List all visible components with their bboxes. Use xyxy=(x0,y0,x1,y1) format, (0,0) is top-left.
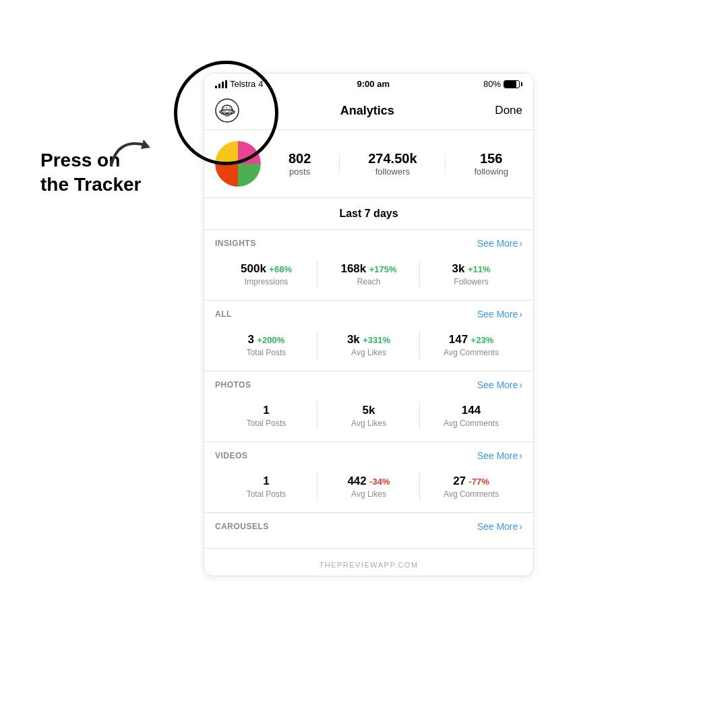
following-label: following xyxy=(474,166,508,177)
svg-line-7 xyxy=(232,113,233,113)
battery-icon xyxy=(504,80,522,88)
carousels-section: CAROUSELS See More › xyxy=(204,513,533,549)
all-posts-label: Total Posts xyxy=(218,348,315,357)
all-comments-change: +23% xyxy=(471,335,494,345)
all-section: ALL See More › 3 +200% Total Posts 3k +3… xyxy=(204,301,533,371)
following-stat: 156 following xyxy=(474,151,508,177)
all-stats: 3 +200% Total Posts 3k +331% Avg Likes 1… xyxy=(215,328,522,363)
arrow-icon xyxy=(104,131,158,172)
status-right: 80% xyxy=(483,79,522,89)
signal-strength: 4 xyxy=(258,79,263,89)
chevron-right-icon-2: › xyxy=(519,309,522,320)
all-comments-stat: 147 +23% Avg Comments xyxy=(420,328,522,363)
chevron-right-icon-4: › xyxy=(519,450,522,461)
photos-stats: 1 Total Posts 5k Avg Likes 144 Avg Comme… xyxy=(215,398,522,433)
chevron-right-icon-3: › xyxy=(519,380,522,390)
photos-likes-label: Avg Likes xyxy=(320,419,417,428)
photos-comments-val: 144 xyxy=(462,404,481,417)
logo-tr xyxy=(238,141,261,164)
videos-comments-val: 27 xyxy=(453,475,466,487)
photos-likes-stat: 5k Avg Likes xyxy=(317,398,420,433)
videos-likes-change: -34% xyxy=(369,477,390,487)
svg-marker-0 xyxy=(141,140,150,149)
photos-posts-label: Total Posts xyxy=(218,419,315,428)
photos-see-more[interactable]: See More › xyxy=(477,380,522,390)
posts-stat: 802 posts xyxy=(289,151,311,177)
avatar xyxy=(215,141,261,187)
posts-count: 802 xyxy=(289,151,311,166)
videos-posts-val: 1 xyxy=(263,475,269,487)
photos-comments-stat: 144 Avg Comments xyxy=(420,398,522,433)
photos-comments-label: Avg Comments xyxy=(423,419,520,428)
stat-divider-1 xyxy=(339,154,340,174)
profile-logo xyxy=(215,141,261,187)
photos-posts-stat: 1 Total Posts xyxy=(215,398,317,433)
following-count: 156 xyxy=(474,151,508,166)
chevron-right-icon: › xyxy=(519,238,522,249)
tracker-icon[interactable] xyxy=(215,98,239,123)
impressions-val: 500k xyxy=(241,262,266,275)
insights-stats: 500k +68% Impressions 168k +175% Reach 3… xyxy=(215,257,522,292)
all-comments-val: 147 xyxy=(449,333,468,346)
photos-title: PHOTOS xyxy=(215,380,251,390)
all-comments-label: Avg Comments xyxy=(423,348,520,357)
logo-tl xyxy=(215,141,238,164)
reach-label: Reach xyxy=(320,277,417,286)
watermark: THEPREVIEWAPP.COM xyxy=(204,549,533,576)
photos-likes-val: 5k xyxy=(363,404,375,417)
profile-section: 802 posts 274.50k followers 156 followin… xyxy=(204,130,533,198)
reach-val: 168k xyxy=(340,262,366,275)
status-left: Telstra 4 xyxy=(215,79,264,89)
insight-followers-label: Followers xyxy=(423,277,520,286)
chevron-right-icon-5: › xyxy=(519,521,522,532)
nav-bar: Analytics Done xyxy=(204,93,533,130)
insight-followers-stat: 3k +11% Followers xyxy=(420,257,522,292)
all-likes-change: +331% xyxy=(363,335,390,345)
all-see-more[interactable]: See More › xyxy=(477,309,522,320)
all-likes-stat: 3k +331% Avg Likes xyxy=(317,328,420,363)
reach-change: +175% xyxy=(369,264,397,274)
all-likes-val: 3k xyxy=(347,333,360,346)
stat-divider-2 xyxy=(445,154,446,174)
videos-stats: 1 Total Posts 442 -34% Avg Likes 27 -77%… xyxy=(215,469,522,504)
videos-posts-stat: 1 Total Posts xyxy=(215,469,317,504)
impressions-stat: 500k +68% Impressions xyxy=(215,257,317,292)
all-posts-change: +200% xyxy=(257,335,285,345)
all-posts-stat: 3 +200% Total Posts xyxy=(215,328,317,363)
signal-icon xyxy=(215,80,227,88)
insight-followers-val: 3k xyxy=(452,262,465,275)
period-label: Last 7 days xyxy=(339,208,398,219)
nav-title: Analytics xyxy=(340,104,394,118)
time-label: 9:00 am xyxy=(357,79,390,89)
svg-point-1 xyxy=(216,99,239,122)
phone-mockup: Telstra 4 9:00 am 80% xyxy=(204,73,534,576)
profile-stats: 802 posts 274.50k followers 156 followin… xyxy=(274,151,522,177)
period-section: Last 7 days xyxy=(204,198,533,230)
logo-bl xyxy=(215,164,238,187)
videos-posts-label: Total Posts xyxy=(218,489,315,499)
videos-likes-stat: 442 -34% Avg Likes xyxy=(317,469,420,504)
photos-section: PHOTOS See More › 1 Total Posts 5k Avg L… xyxy=(204,371,533,442)
svg-line-6 xyxy=(222,113,223,113)
videos-comments-label: Avg Comments xyxy=(423,489,520,499)
impressions-change: +68% xyxy=(269,264,292,274)
carousels-header: CAROUSELS See More › xyxy=(215,521,522,532)
reach-stat: 168k +175% Reach xyxy=(317,257,420,292)
status-bar: Telstra 4 9:00 am 80% xyxy=(204,73,533,93)
insights-see-more[interactable]: See More › xyxy=(477,238,522,249)
videos-header: VIDEOS See More › xyxy=(215,450,522,461)
videos-likes-label: Avg Likes xyxy=(320,489,417,499)
carousels-title: CAROUSELS xyxy=(215,522,269,531)
photos-posts-val: 1 xyxy=(263,404,269,417)
battery-pct-label: 80% xyxy=(483,79,501,89)
insights-section: INSIGHTS See More › 500k +68% Impression… xyxy=(204,230,533,301)
logo-br xyxy=(238,164,261,187)
insights-title: INSIGHTS xyxy=(215,239,256,248)
all-likes-label: Avg Likes xyxy=(320,348,417,357)
carousels-see-more[interactable]: See More › xyxy=(477,521,522,532)
videos-see-more[interactable]: See More › xyxy=(477,450,522,461)
videos-likes-val: 442 xyxy=(347,475,366,487)
posts-label: posts xyxy=(289,166,311,177)
done-button[interactable]: Done xyxy=(495,104,522,117)
videos-title: VIDEOS xyxy=(215,451,247,460)
